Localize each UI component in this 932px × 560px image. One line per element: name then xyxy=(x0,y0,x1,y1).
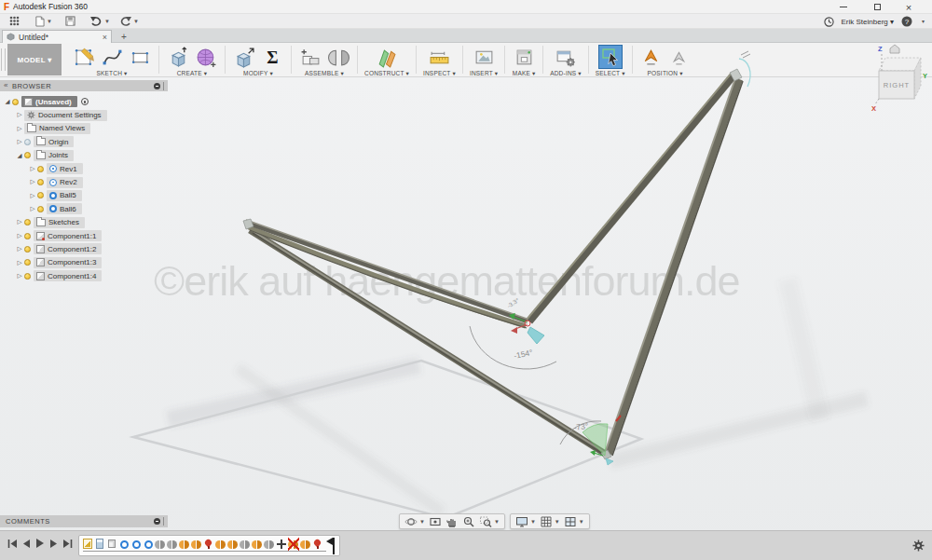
expand-arrow-icon[interactable]: ▷ xyxy=(28,179,37,185)
grid-snap-button[interactable]: ▼ xyxy=(538,515,562,528)
revert-position-button[interactable] xyxy=(667,45,692,69)
tree-item-named-views[interactable]: Named Views xyxy=(24,123,90,134)
new-component-button[interactable] xyxy=(298,45,322,69)
undo-button[interactable]: ▼ xyxy=(90,16,110,26)
visibility-bulb-icon[interactable] xyxy=(24,273,31,280)
insert-image-button[interactable] xyxy=(472,45,496,69)
fit-button[interactable]: ▼ xyxy=(477,515,501,528)
collapse-panel-icon[interactable]: « xyxy=(4,82,8,89)
tree-item-origin[interactable]: Origin xyxy=(34,136,74,147)
timeline-item[interactable] xyxy=(106,538,117,551)
account-menu[interactable]: Erik Steinberg ▾ xyxy=(842,18,894,26)
parameters-button[interactable]: Σ xyxy=(260,45,284,69)
orbit-button[interactable]: ▼ xyxy=(403,515,427,528)
ribbon-group-label-make[interactable]: MAKE ▾ xyxy=(513,70,536,77)
minimize-button[interactable] xyxy=(833,0,854,14)
ribbon-group-label-modify[interactable]: MODIFY ▾ xyxy=(243,70,273,77)
zoom-button[interactable] xyxy=(460,515,477,528)
ribbon-group-label-sketch[interactable]: SKETCH ▾ xyxy=(96,70,127,77)
ribbon-group-label-position[interactable]: POSITION ▾ xyxy=(648,70,683,77)
ribbon-group-label-construct[interactable]: CONSTRUCT ▾ xyxy=(364,70,409,77)
rectangle-button[interactable] xyxy=(128,45,152,69)
ribbon-group-label-assemble[interactable]: ASSEMBLE ▾ xyxy=(305,70,344,77)
timeline-item[interactable] xyxy=(252,538,263,551)
comments-panel[interactable]: COMMENTS xyxy=(0,515,168,527)
visibility-bulb-icon[interactable] xyxy=(24,233,31,239)
ribbon-group-label-addins[interactable]: ADD-INS ▾ xyxy=(550,70,582,77)
expand-arrow-icon[interactable]: ▷ xyxy=(15,126,24,132)
tree-item-ball6[interactable]: Ball6 xyxy=(47,203,82,214)
expand-arrow-icon[interactable]: ▷ xyxy=(28,193,37,199)
go-to-end-button[interactable] xyxy=(62,539,73,549)
timeline-item[interactable] xyxy=(130,538,142,551)
visibility-bulb-icon[interactable] xyxy=(24,139,31,145)
ribbon-group-label-insert[interactable]: INSERT ▾ xyxy=(470,70,498,77)
timeline-item[interactable] xyxy=(94,538,105,551)
tree-item-ball5[interactable]: Ball5 xyxy=(47,190,82,201)
new-tab-button[interactable]: + xyxy=(117,30,130,43)
panel-options-icon[interactable] xyxy=(154,83,160,89)
visibility-bulb-icon[interactable] xyxy=(24,259,31,266)
timeline-item[interactable] xyxy=(227,538,239,551)
viewcube[interactable]: RIGHT Z Y X xyxy=(870,41,929,114)
ribbon-group-label-select[interactable]: SELECT ▾ xyxy=(596,70,625,77)
viewports-button[interactable]: ▼ xyxy=(562,515,586,528)
play-button[interactable] xyxy=(35,538,45,549)
tree-item-component1-3[interactable]: Component1:3 xyxy=(34,257,102,268)
app-grid-button[interactable] xyxy=(9,16,20,26)
tree-item-sketches[interactable]: Sketches xyxy=(34,217,85,228)
ribbon-grip[interactable] xyxy=(1,48,6,71)
visibility-bulb-icon[interactable] xyxy=(24,152,31,158)
expand-arrow-icon[interactable]: ▷ xyxy=(15,219,24,225)
tree-item-component1-4[interactable]: Component1:4 xyxy=(34,270,102,281)
expand-arrow-icon[interactable]: ▷ xyxy=(15,139,24,145)
expand-arrow-icon[interactable]: ▷ xyxy=(15,112,24,118)
visibility-bulb-icon[interactable] xyxy=(37,179,44,185)
measure-button[interactable] xyxy=(427,45,451,69)
expand-arrow-icon[interactable]: ▷ xyxy=(15,246,24,253)
close-button[interactable]: × xyxy=(898,0,919,14)
pan-button[interactable] xyxy=(444,515,460,528)
look-at-button[interactable] xyxy=(427,515,444,528)
expand-arrow-icon[interactable]: ▷ xyxy=(28,206,37,212)
browser-header[interactable]: « BROWSER xyxy=(0,80,168,91)
file-menu-button[interactable]: ▼ xyxy=(34,16,52,27)
timeline-item[interactable] xyxy=(264,538,275,551)
panel-options-icon[interactable] xyxy=(154,518,160,525)
visibility-bulb-icon[interactable] xyxy=(37,166,44,172)
timeline-item[interactable] xyxy=(300,538,311,551)
ribbon-group-label-inspect[interactable]: INSPECT ▾ xyxy=(423,70,456,77)
expand-arrow-icon[interactable]: ▷ xyxy=(15,233,24,239)
tree-item-joints[interactable]: Joints xyxy=(34,150,74,161)
visibility-bulb-icon[interactable] xyxy=(24,219,31,225)
restore-button[interactable] xyxy=(867,0,887,14)
panel-resize-handle[interactable] xyxy=(163,82,164,90)
timeline-item[interactable] xyxy=(215,538,226,551)
create-sketch-button[interactable] xyxy=(72,45,96,69)
workspace-selector[interactable]: MODEL ▾ xyxy=(7,44,62,75)
make-button[interactable] xyxy=(512,45,536,69)
timeline-item[interactable] xyxy=(179,538,190,551)
clock-icon[interactable] xyxy=(824,17,834,27)
visibility-bulb-icon[interactable] xyxy=(37,206,44,212)
timeline-item[interactable] xyxy=(276,538,287,551)
expand-arrow-icon[interactable]: ◢ xyxy=(3,99,12,105)
tree-item-document-settings[interactable]: Document Settings xyxy=(24,110,107,121)
step-back-button[interactable] xyxy=(22,539,31,549)
timeline-item[interactable] xyxy=(288,538,299,551)
timeline-item[interactable] xyxy=(155,538,166,551)
tree-item-component1-2[interactable]: Component1:2 xyxy=(34,243,102,254)
document-tab[interactable]: Untitled* × xyxy=(2,30,112,43)
timeline-item[interactable] xyxy=(143,538,154,551)
expand-arrow-icon[interactable]: ▷ xyxy=(28,166,37,172)
timeline-item[interactable] xyxy=(118,538,130,551)
home-view-icon[interactable] xyxy=(890,45,899,53)
help-caret-icon[interactable]: ▾ xyxy=(922,19,925,24)
go-to-start-button[interactable] xyxy=(7,539,18,549)
construct-plane-button[interactable] xyxy=(375,45,399,69)
timeline-item[interactable] xyxy=(203,538,214,551)
redo-button[interactable]: ▼ xyxy=(119,16,139,26)
timeline-item[interactable] xyxy=(240,538,251,551)
timeline-track[interactable] xyxy=(78,535,340,556)
timeline-settings-button[interactable] xyxy=(912,539,925,555)
